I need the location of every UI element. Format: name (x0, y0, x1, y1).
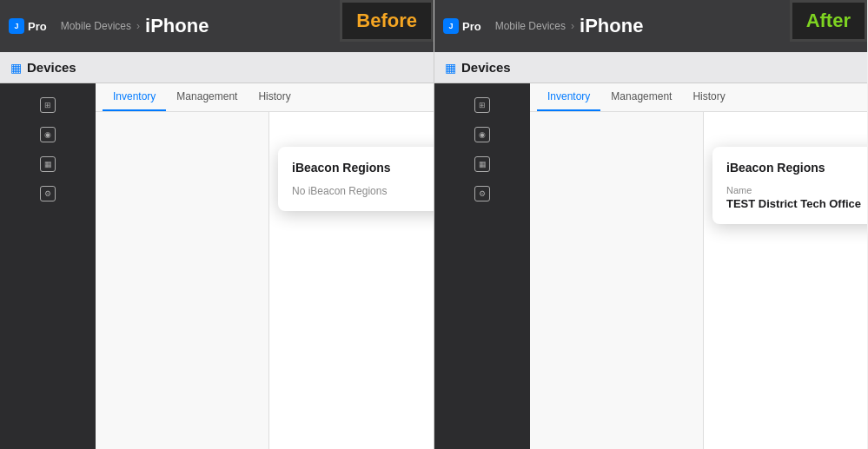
main-content-before: ⊞ ◉ ▦ ⚙ Inventory Management History (0, 83, 434, 449)
detail-pane-after: iBeacon Regions Name TEST District Tech … (704, 112, 867, 449)
list-pane-before (96, 112, 269, 449)
inventory-panel-after: iBeacon Regions Name TEST District Tech … (530, 112, 867, 449)
badge-before: Before (340, 0, 434, 42)
pro-logo-icon-after: J (443, 18, 459, 34)
beacon-popup-empty-before: No iBeacon Regions (292, 185, 434, 197)
main-content-after: ⊞ ◉ ▦ ⚙ Inventory Management History (434, 83, 867, 449)
breadcrumb-after: Mobile Devices › iPhone (495, 15, 644, 37)
beacon-popup-after: iBeacon Regions Name TEST District Tech … (712, 147, 867, 224)
sidebar-item-after-1[interactable]: ⊞ (434, 90, 530, 120)
beacon-popup-title-after: iBeacon Regions (726, 161, 867, 175)
tab-bar-before: Inventory Management History (96, 83, 434, 112)
tab-management-after[interactable]: Management (600, 83, 682, 111)
sidebar-after: ⊞ ◉ ▦ ⚙ (434, 83, 530, 449)
inventory-panel-before: iBeacon Regions No iBeacon Regions (96, 112, 434, 449)
mobile-devices-label: Mobile Devices (61, 20, 131, 32)
tab-management-before[interactable]: Management (166, 83, 248, 111)
sidebar-icon-after-2: ◉ (474, 127, 490, 142)
sidebar-icon-after-4: ⚙ (474, 186, 490, 201)
content-area-before: Inventory Management History iBeacon Reg… (96, 83, 434, 449)
devices-header-before: ▦ Devices (0, 52, 434, 83)
sidebar-item-after-3[interactable]: ▦ (434, 149, 530, 179)
sidebar-icon-2: ◉ (40, 127, 56, 142)
pro-label-after: Pro (462, 20, 481, 33)
beacon-name-value: TEST District Tech Office (726, 197, 867, 210)
sidebar-icon-4: ⚙ (40, 186, 56, 201)
devices-title-after: Devices (461, 60, 511, 75)
devices-header-after: ▦ Devices (434, 52, 867, 83)
pro-logo-after: J Pro (443, 18, 481, 34)
tab-bar-after: Inventory Management History (530, 83, 867, 112)
tab-inventory-before[interactable]: Inventory (103, 83, 166, 111)
devices-icon: ▦ (10, 61, 22, 75)
detail-pane-before: iBeacon Regions No iBeacon Regions (269, 112, 434, 449)
pro-label: Pro (28, 20, 47, 33)
iphone-label-after: iPhone (580, 15, 643, 37)
sidebar-icon-1: ⊞ (40, 97, 56, 113)
iphone-label: iPhone (145, 15, 209, 37)
badge-after-label: After (790, 0, 867, 42)
sidebar-item-after-4[interactable]: ⚙ (434, 179, 530, 208)
top-bar-after: J Pro Mobile Devices › iPhone After (434, 0, 867, 52)
sidebar-before: ⊞ ◉ ▦ ⚙ (0, 83, 96, 449)
beacon-name-label: Name (726, 185, 867, 195)
sidebar-icon-after-3: ▦ (474, 156, 490, 172)
breadcrumb-before: Mobile Devices › iPhone (61, 15, 209, 37)
devices-icon-after: ▦ (445, 61, 456, 75)
mobile-devices-label-after: Mobile Devices (495, 20, 566, 32)
sidebar-icon-3: ▦ (40, 156, 56, 172)
sidebar-item-1[interactable]: ⊞ (0, 90, 96, 120)
panel-before: J Pro Mobile Devices › iPhone Before ▦ D… (0, 0, 434, 449)
beacon-popup-title-before: iBeacon Regions (292, 161, 434, 175)
sidebar-icon-after-1: ⊞ (474, 97, 490, 113)
tab-inventory-after[interactable]: Inventory (537, 83, 600, 111)
tab-history-before[interactable]: History (248, 83, 301, 111)
devices-title: Devices (27, 60, 76, 75)
list-pane-after (530, 112, 704, 449)
pro-logo-icon: J (9, 18, 24, 34)
sidebar-item-4[interactable]: ⚙ (0, 179, 96, 208)
top-bar-before: J Pro Mobile Devices › iPhone Before (0, 0, 434, 52)
panel-after: J Pro Mobile Devices › iPhone After ▦ De… (434, 0, 867, 449)
sidebar-item-2[interactable]: ◉ (0, 120, 96, 149)
sidebar-item-after-2[interactable]: ◉ (434, 120, 530, 149)
breadcrumb-arrow-after: › (571, 20, 574, 32)
content-area-after: Inventory Management History iBeacon Reg… (530, 83, 867, 449)
sidebar-item-3[interactable]: ▦ (0, 149, 96, 179)
pro-logo-before: J Pro (9, 18, 47, 34)
tab-history-after[interactable]: History (682, 83, 735, 111)
beacon-popup-before: iBeacon Regions No iBeacon Regions (278, 147, 434, 211)
breadcrumb-arrow: › (136, 20, 140, 32)
